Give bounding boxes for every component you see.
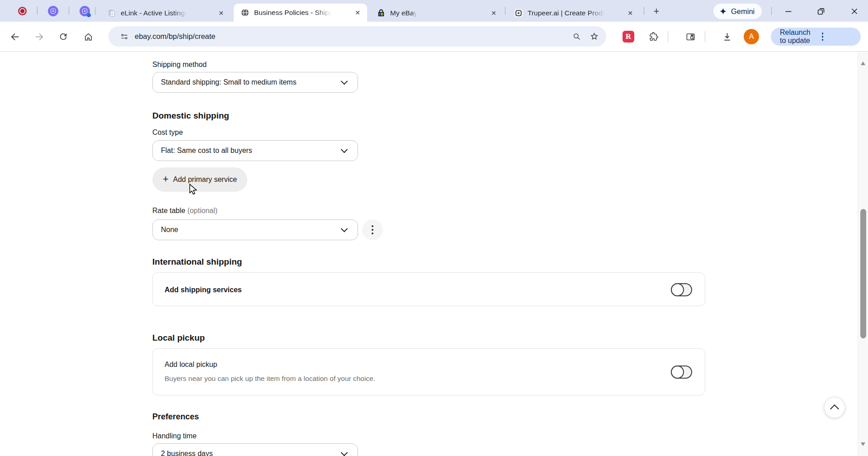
toolbar-separator <box>705 31 705 42</box>
globe-favicon <box>241 8 250 17</box>
downloads-button[interactable] <box>718 28 736 46</box>
local-pickup-card: Add local pickup Buyers near you can pic… <box>152 348 705 395</box>
back-button[interactable] <box>6 28 24 46</box>
international-shipping-card: Add shipping services <box>152 272 705 306</box>
tab-separator <box>644 7 644 15</box>
reload-icon <box>58 32 68 42</box>
tune-icon <box>120 32 129 41</box>
rakuten-extension-button[interactable]: R <box>619 28 637 46</box>
purple-app-icon <box>48 6 58 16</box>
chevron-down-icon <box>341 449 348 456</box>
international-shipping-heading: International shipping <box>152 257 242 267</box>
close-icon[interactable]: ✕ <box>352 7 363 19</box>
rate-table-value: None <box>161 226 178 234</box>
close-icon <box>849 6 859 16</box>
rate-table-label: Rate table (optional) <box>152 207 217 215</box>
tab-title: Business Policies - Shipp <box>254 9 333 17</box>
elink-favicon <box>107 9 116 18</box>
pinned-tab-app-1[interactable] <box>47 5 59 17</box>
browser-menu-button[interactable] <box>820 31 855 43</box>
window-minimize-button[interactable] <box>782 5 795 18</box>
site-settings-button[interactable] <box>116 28 133 45</box>
toggle-knob <box>671 366 684 379</box>
address-bar[interactable]: ebay.com/bp/ship/create <box>108 26 606 47</box>
pinned-tab-record[interactable] <box>16 5 28 17</box>
extensions-button[interactable] <box>645 28 663 46</box>
shipping-method-select[interactable]: Standard shipping: Small to medium items <box>152 72 358 93</box>
tab-title: eLink - Active Listings <box>121 9 188 17</box>
tab-title: My eBay <box>390 9 417 17</box>
tab-trupeer[interactable]: Trupeer.ai | Create Produ ✕ <box>507 5 640 22</box>
tab-elink-active-listings[interactable]: eLink - Active Listings ✕ <box>100 5 231 22</box>
browser-tab-strip: eLink - Active Listings ✕ Business Polic… <box>0 0 868 22</box>
browser-toolbar: ebay.com/bp/ship/create R A Relaunch to … <box>0 22 868 52</box>
rate-table-more-options-button[interactable] <box>362 219 383 240</box>
cost-type-select[interactable]: Flat: Same cost to all buyers <box>152 140 358 161</box>
add-local-pickup-toggle[interactable] <box>671 366 692 379</box>
scrollbar-down-arrow[interactable] <box>861 442 865 446</box>
tab-my-ebay[interactable]: My eBay ✕ <box>370 5 503 22</box>
side-search-button[interactable] <box>681 28 699 46</box>
close-icon[interactable]: ✕ <box>215 7 227 19</box>
window-close-button[interactable] <box>848 5 861 18</box>
chevron-down-icon <box>341 78 348 85</box>
relaunch-label: Relaunch to update <box>780 28 811 45</box>
cost-type-value: Flat: Same cost to all buyers <box>161 147 252 155</box>
tab-separator <box>771 7 772 15</box>
ebay-bag-favicon <box>377 9 386 18</box>
home-button[interactable] <box>79 28 97 46</box>
rate-table-select[interactable]: None <box>152 219 358 240</box>
tab-title: Trupeer.ai | Create Produ <box>528 9 606 17</box>
download-icon <box>722 32 732 42</box>
scrollbar-up-arrow[interactable] <box>861 62 865 65</box>
chevron-down-icon <box>341 146 348 153</box>
chevron-down-icon <box>341 225 348 233</box>
preferences-heading: Preferences <box>152 412 199 422</box>
forward-icon <box>34 32 44 42</box>
add-primary-service-button[interactable]: + Add primary service <box>152 167 247 192</box>
relaunch-to-update-button[interactable]: Relaunch to update <box>771 28 861 46</box>
gemini-label: Gemini <box>731 7 755 16</box>
restore-icon <box>816 6 826 16</box>
add-local-pickup-label: Add local pickup <box>165 361 217 369</box>
page-scrollbar[interactable] <box>858 52 868 456</box>
shipping-method-value: Standard shipping: Small to medium items <box>161 78 297 86</box>
search-window-icon <box>685 32 696 42</box>
tab-business-policies[interactable]: Business Policies - Shipp ✕ <box>234 4 367 22</box>
forward-button[interactable] <box>30 28 48 46</box>
new-tab-button[interactable]: + <box>650 5 663 18</box>
zoom-page-button[interactable] <box>568 28 585 45</box>
back-icon <box>10 32 20 42</box>
bookmark-button[interactable] <box>585 28 603 45</box>
local-pickup-description: Buyers near you can pick up the item fro… <box>165 375 375 383</box>
scrollbar-thumb[interactable] <box>860 209 866 338</box>
tab-separator <box>95 7 95 15</box>
rate-table-optional-text: (optional) <box>187 207 217 214</box>
plus-icon: + <box>163 173 169 185</box>
close-icon[interactable]: ✕ <box>488 7 500 19</box>
domestic-shipping-heading: Domestic shipping <box>152 111 229 121</box>
reload-button[interactable] <box>54 28 72 46</box>
toggle-knob <box>671 283 684 296</box>
add-shipping-services-toggle[interactable] <box>671 283 692 296</box>
handling-time-select[interactable]: 2 business days <box>152 443 358 456</box>
home-icon <box>83 32 94 42</box>
chevron-up-icon <box>830 404 839 413</box>
gemini-button[interactable]: Gemini <box>713 4 762 19</box>
close-icon[interactable]: ✕ <box>624 7 636 19</box>
purple-app-notification-icon <box>80 6 90 16</box>
cost-type-label: Cost type <box>152 128 183 137</box>
rate-table-label-text: Rate table <box>152 207 185 214</box>
trupeer-favicon <box>514 9 523 18</box>
record-icon <box>18 7 27 15</box>
url-text[interactable]: ebay.com/bp/ship/create <box>135 32 568 41</box>
puzzle-icon <box>649 32 659 42</box>
toolbar-separator <box>668 31 668 42</box>
tab-separator <box>505 7 505 15</box>
gemini-star-icon <box>719 7 727 16</box>
scroll-to-top-button[interactable] <box>824 397 845 418</box>
pinned-tab-app-2[interactable] <box>79 5 90 17</box>
handling-time-value: 2 business days <box>161 450 213 456</box>
profile-avatar[interactable]: A <box>744 29 759 44</box>
window-restore-button[interactable] <box>814 5 828 18</box>
